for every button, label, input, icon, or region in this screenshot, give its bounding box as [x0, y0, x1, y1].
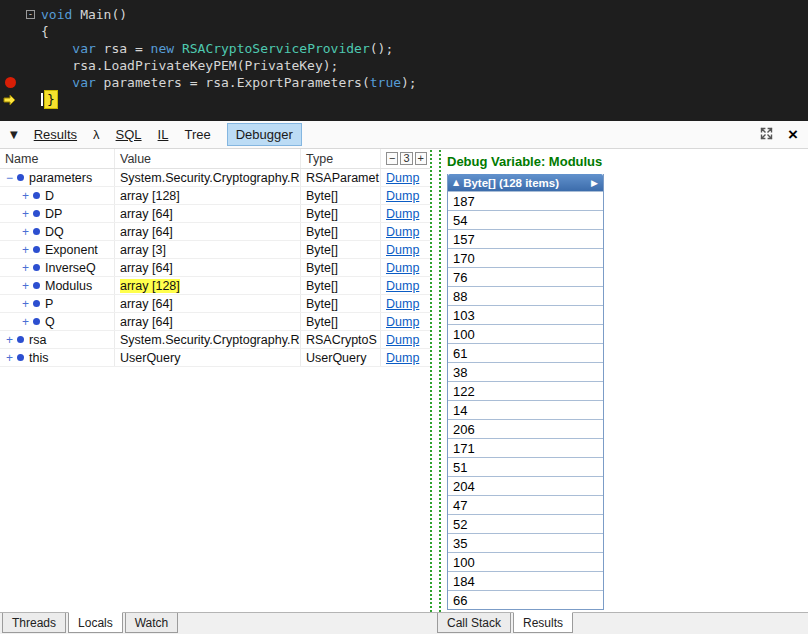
byte-value-cell[interactable]: 88 [448, 286, 603, 305]
byte-value-cell[interactable]: 61 [448, 343, 603, 362]
byte-value-cell[interactable]: 100 [448, 552, 603, 571]
bottom-tab-threads[interactable]: Threads [2, 613, 66, 633]
code-line[interactable]: -void Main() [26, 6, 417, 23]
editor-gutter[interactable] [0, 0, 26, 121]
locals-row[interactable]: +Darray [128]Byte[]Dump [0, 187, 430, 205]
byte-value-cell[interactable]: 187 [448, 191, 603, 210]
expand-icon[interactable]: + [20, 279, 31, 293]
gutter-line[interactable] [0, 91, 26, 108]
close-icon[interactable]: × [788, 126, 798, 143]
locals-row[interactable]: +DParray [64]Byte[]Dump [0, 205, 430, 223]
locals-row[interactable]: +thisUserQueryUserQueryDump [0, 349, 430, 367]
byte-value-cell[interactable]: 184 [448, 571, 603, 590]
byte-value-cell[interactable]: 122 [448, 381, 603, 400]
dump-link[interactable]: Dump [386, 351, 419, 365]
expand-icon[interactable]: + [20, 261, 31, 275]
tab-sql[interactable]: SQL [116, 127, 142, 142]
local-type-cell: Byte[] [301, 259, 381, 276]
gutter-line[interactable] [0, 40, 26, 57]
byte-value-cell[interactable]: 47 [448, 495, 603, 514]
code-line[interactable]: rsa.LoadPrivateKeyPEM(PrivateKey); [26, 57, 417, 74]
tab-debugger[interactable]: Debugger [227, 123, 302, 146]
gutter-line[interactable] [0, 57, 26, 74]
byte-value-cell[interactable]: 66 [448, 590, 603, 609]
depth-increase-button[interactable]: + [415, 152, 427, 165]
dump-link[interactable]: Dump [386, 189, 419, 203]
expand-icon[interactable]: + [20, 297, 31, 311]
code-line[interactable]: { [26, 23, 417, 40]
dump-link[interactable]: Dump [386, 333, 419, 347]
code-line[interactable]: var parameters = rsa.ExportParameters(tr… [26, 74, 417, 91]
byte-value-cell[interactable]: 157 [448, 229, 603, 248]
fold-box-icon[interactable]: - [26, 10, 35, 19]
byte-value-cell[interactable]: 54 [448, 210, 603, 229]
code-line[interactable]: var rsa = new RSACryptoServiceProvider()… [26, 40, 417, 57]
locals-row[interactable]: +DQarray [64]Byte[]Dump [0, 223, 430, 241]
expand-icon[interactable]: + [20, 315, 31, 329]
code-editor[interactable]: -void Main(){ var rsa = new RSACryptoSer… [0, 0, 808, 121]
locals-row[interactable]: +rsaSystem.Security.Cryptography.RSACRSA… [0, 331, 430, 349]
dump-link[interactable]: Dump [386, 261, 419, 275]
byte-table-header[interactable]: ▲ Byte[] (128 items) ▶ [448, 174, 603, 191]
tab-tree[interactable]: Tree [184, 127, 210, 142]
byte-value-cell[interactable]: 38 [448, 362, 603, 381]
byte-value-cell[interactable]: 170 [448, 248, 603, 267]
bottom-tab-results[interactable]: Results [513, 612, 573, 633]
byte-value-cell[interactable]: 100 [448, 324, 603, 343]
byte-value-cell[interactable]: 52 [448, 514, 603, 533]
locals-row[interactable]: +Exponentarray [3]Byte[]Dump [0, 241, 430, 259]
variable-icon [33, 318, 40, 325]
byte-value-cell[interactable]: 35 [448, 533, 603, 552]
gutter-line[interactable] [0, 74, 26, 91]
local-name-cell: +this [0, 349, 115, 366]
expand-icon[interactable]: + [20, 225, 31, 239]
dump-link[interactable]: Dump [386, 171, 419, 185]
sort-ascending-icon[interactable]: ▲ [453, 178, 459, 187]
dump-link[interactable]: Dump [386, 297, 419, 311]
locals-row[interactable]: +Parray [64]Byte[]Dump [0, 295, 430, 313]
expand-icon[interactable]: + [20, 243, 31, 257]
locals-row[interactable]: +InverseQarray [64]Byte[]Dump [0, 259, 430, 277]
byte-value-cell[interactable]: 76 [448, 267, 603, 286]
gutter-line[interactable] [0, 6, 26, 23]
dump-link[interactable]: Dump [386, 315, 419, 329]
bottom-tab-watch[interactable]: Watch [125, 613, 179, 633]
variable-icon [17, 174, 24, 181]
collapse-icon[interactable]: − [4, 171, 15, 185]
results-panel-toggle-icon[interactable]: ▼ [10, 129, 18, 140]
byte-value-cell[interactable]: 206 [448, 419, 603, 438]
byte-value-cell[interactable]: 171 [448, 438, 603, 457]
code-line[interactable]: } [26, 91, 417, 108]
code-lines[interactable]: -void Main(){ var rsa = new RSACryptoSer… [26, 0, 417, 121]
fold-collapse-icon[interactable]: - [26, 10, 41, 19]
dump-link[interactable]: Dump [386, 243, 419, 257]
local-type-cell: Byte[] [301, 295, 381, 312]
dump-link[interactable]: Dump [386, 225, 419, 239]
dump-link[interactable]: Dump [386, 207, 419, 221]
depth-decrease-button[interactable]: − [386, 152, 398, 165]
gutter-line[interactable] [0, 23, 26, 40]
tab-il[interactable]: IL [158, 127, 169, 142]
byte-value-cell[interactable]: 14 [448, 400, 603, 419]
byte-value-cell[interactable]: 51 [448, 457, 603, 476]
local-value: array [64] [120, 315, 173, 329]
bottom-tab-locals[interactable]: Locals [68, 612, 123, 633]
locals-row[interactable]: +Qarray [64]Byte[]Dump [0, 313, 430, 331]
local-value-cell: array [3] [115, 241, 301, 258]
bottom-tab-call-stack[interactable]: Call Stack [437, 613, 511, 633]
expand-icon[interactable]: + [4, 333, 15, 347]
expand-icon[interactable]: + [20, 207, 31, 221]
expand-icon[interactable]: + [20, 189, 31, 203]
locals-row[interactable]: +Modulusarray [128]Byte[]Dump [0, 277, 430, 295]
tab-lambda[interactable]: λ [93, 127, 100, 142]
undock-icon[interactable] [759, 126, 774, 144]
panel-splitter[interactable] [430, 150, 441, 612]
dump-link[interactable]: Dump [386, 279, 419, 293]
header-expand-icon[interactable]: ▶ [591, 178, 598, 188]
byte-value-cell[interactable]: 103 [448, 305, 603, 324]
byte-value-cell[interactable]: 204 [448, 476, 603, 495]
expand-icon[interactable]: + [4, 351, 15, 365]
locals-row[interactable]: −parametersSystem.Security.Cryptography.… [0, 169, 430, 187]
breakpoint-icon[interactable] [5, 77, 16, 88]
tab-results[interactable]: Results [34, 127, 77, 142]
